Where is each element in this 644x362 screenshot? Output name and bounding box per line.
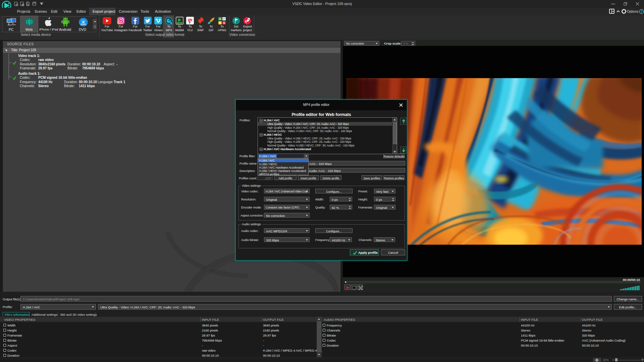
- svg-text:DVD: DVD: [81, 23, 86, 26]
- svg-text:N: N: [219, 22, 221, 24]
- svg-text:G: G: [223, 22, 225, 24]
- svg-text:P: P: [223, 18, 225, 20]
- svg-text:A: A: [219, 18, 221, 20]
- svg-text:web▶m: web▶m: [177, 22, 182, 24]
- svg-text:FLV: FLV: [189, 19, 192, 21]
